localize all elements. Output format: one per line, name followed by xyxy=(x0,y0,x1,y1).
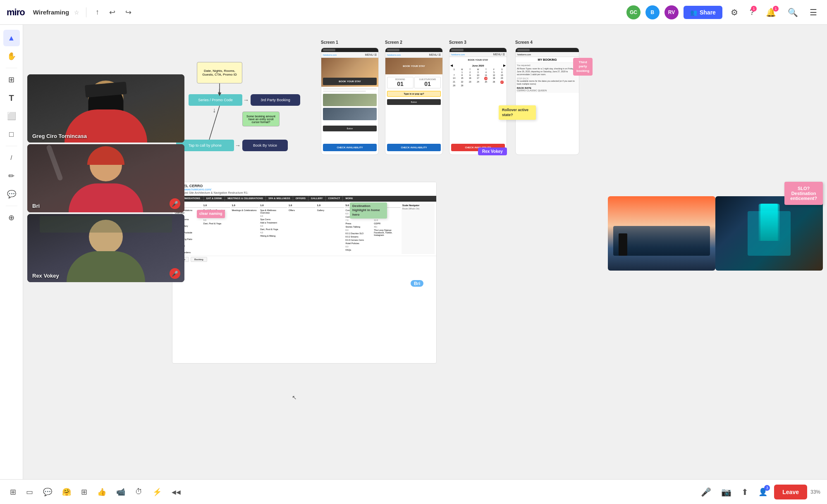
video-card-bri: Bri 🎤 xyxy=(27,144,184,212)
sitemap-nav-offers: OFFERS xyxy=(293,196,308,201)
flow-node-book-voice: Book By Voice xyxy=(242,140,288,151)
tool-sticky[interactable]: ⬜ xyxy=(3,108,20,124)
screen4-card: hotelcerro.com MY BOOKING You requested:… xyxy=(515,48,579,155)
bri-cursor-area: ↖ xyxy=(292,394,297,401)
bottom-tool-clock[interactable]: ⏱ xyxy=(132,485,146,499)
share-button[interactable]: 👥 Share xyxy=(684,6,722,19)
bottom-tool-reactions[interactable]: 🤗 xyxy=(59,485,74,499)
sitemap-col-offers: 1.0 Offers xyxy=(288,203,316,254)
help-button[interactable]: ? 1 xyxy=(746,5,758,19)
undo-button[interactable]: ↩ xyxy=(107,5,118,19)
screen3-card: hotelcerro.com MENU ☰ BOOK YOUR STAY ◀ J… xyxy=(449,48,507,155)
panel-button[interactable]: ☰ xyxy=(806,5,820,20)
screen4-label: Screen 4 xyxy=(515,40,533,45)
tool-separator-2 xyxy=(6,146,17,146)
redo-button[interactable]: ↪ xyxy=(123,5,134,19)
sitemap-nav-spa: SPA & WELLNESS xyxy=(266,196,293,201)
flow-node-tap-call: Tap to call by phone xyxy=(176,140,234,151)
bottom-bar: ⊞ ▭ 💬 🤗 ⊞ 👍 📹 ⏱ ⚡ ◀◀ 🎤 📷 ⬆ 👤 3 Leave 33% xyxy=(0,479,827,504)
bottom-tool-grid[interactable]: ⊞ xyxy=(78,485,91,499)
hotel-image-pool-night xyxy=(715,196,823,271)
video-name-rex: Rex Vokey xyxy=(32,273,59,279)
tool-shape[interactable]: □ xyxy=(3,126,20,143)
sitemap-nav-eat: EAT & DRINK xyxy=(204,196,225,201)
sitemap-nav-contact: CONTACT xyxy=(326,196,343,201)
video-mic-off-bri: 🎤 xyxy=(170,198,180,209)
flow-node-promo: Series / Promo Code xyxy=(189,94,242,106)
sitemap-col-meetings: 1.0 Meetings & Celebrations xyxy=(231,203,259,254)
star-icon[interactable]: ☆ xyxy=(74,9,79,16)
topbar: miro Wireframing ☆ ↑ ↩ ↪ GC B RV 👥 Share… xyxy=(0,0,827,25)
share-screen-button[interactable]: ⬆ xyxy=(738,484,752,500)
left-toolbar: ▲ ✋ ⊞ T ⬜ □ / ✏ 💬 ⊕ ••• xyxy=(0,25,23,504)
sitemap-col-gallery: 1.0 Gallery xyxy=(316,203,344,254)
notifications-button[interactable]: 🔔 1 xyxy=(762,5,779,20)
camera-button[interactable]: 📷 xyxy=(718,484,735,500)
sitemap: HOTEL CERRO https://www.hotelcerro.com/ … xyxy=(172,182,437,364)
tool-transform[interactable]: ⊕ xyxy=(3,209,20,226)
avatar-rv[interactable]: RV xyxy=(664,5,679,19)
topbar-separator xyxy=(86,7,86,17)
screen3-label: Screen 3 xyxy=(449,40,466,45)
help-badge: 1 xyxy=(751,6,757,12)
zoom-level: 33% xyxy=(810,489,820,495)
bottom-tool-comment[interactable]: 💬 xyxy=(40,485,55,499)
hotel-image-sunset xyxy=(608,196,715,271)
video-card-greg: Greg Ciro Tornincasa xyxy=(27,74,184,143)
sticky-destination: Destination highlight in home hero xyxy=(350,202,387,219)
video-panel: Greg Ciro Tornincasa Bri 🎤 Rex Vokey 🎤 xyxy=(27,74,184,343)
video-name-bri: Bri xyxy=(32,203,40,209)
sitemap-nav-more: MORE xyxy=(343,196,355,201)
upload-button[interactable]: ↑ xyxy=(93,5,102,19)
flow-note-green: Some booking amount have an entry scroll… xyxy=(242,112,280,126)
bottom-tool-select[interactable]: ⊞ xyxy=(7,485,19,499)
tool-hand[interactable]: ✋ xyxy=(3,48,20,64)
leave-button[interactable]: Leave xyxy=(774,485,807,499)
sitemap-booking-btn: Booking xyxy=(191,257,207,262)
screen2-label: Screen 2 xyxy=(385,40,402,45)
mic-button[interactable]: 🎤 xyxy=(698,484,715,500)
tool-select[interactable]: ▲ xyxy=(3,30,20,46)
tool-separator-3 xyxy=(6,206,17,206)
participants-button[interactable]: 👤 3 xyxy=(755,484,771,500)
board-title: Wireframing xyxy=(33,9,69,16)
tool-text[interactable]: T xyxy=(3,90,20,106)
avatar-b[interactable]: B xyxy=(645,5,660,19)
bottom-tool-lightning[interactable]: ⚡ xyxy=(149,485,165,499)
video-name-greg: Greg Ciro Tornincasa xyxy=(32,133,87,139)
sitemap-bottom-nav: Home Booking xyxy=(172,256,436,263)
tool-pencil[interactable]: ✏ xyxy=(3,168,20,184)
tool-comment[interactable]: 💬 xyxy=(3,186,20,202)
share-icon: 👥 xyxy=(690,9,697,16)
tool-frame[interactable]: ⊞ xyxy=(3,71,20,88)
canvas: Greg Ciro Tornincasa Bri 🎤 Rex Vokey 🎤 xyxy=(23,25,827,504)
flow-arrow-4: → xyxy=(235,142,241,149)
sitemap-scale: Scale Navigator Route (What's On) xyxy=(402,203,435,254)
video-mic-off-rex: 🎤 xyxy=(170,268,180,279)
sticky-third-party: Third party booking xyxy=(573,58,593,76)
tool-pen[interactable]: / xyxy=(3,150,20,166)
search-button[interactable]: 🔍 xyxy=(784,5,801,20)
flow-arrow-3: ↓ xyxy=(213,107,216,114)
miro-logo: miro xyxy=(7,7,25,18)
settings-button[interactable]: ⚙ xyxy=(727,5,741,20)
bottom-tool-video-call[interactable]: 📹 xyxy=(113,485,129,499)
share-label: Share xyxy=(700,9,716,16)
avatar-gc[interactable]: GC xyxy=(626,5,641,19)
sitemap-nav-meetings: MEETINGS & CELEBRATIONS xyxy=(225,196,266,201)
video-card-rex: Rex Vokey 🎤 xyxy=(27,214,184,282)
tool-separator xyxy=(6,68,17,68)
sitemap-col-spa: 1.0 Spa & Wellness Overview 4.0 Spa Cerr… xyxy=(259,203,287,254)
sitemap-nav: ACCOMMODATIONS EAT & DRINK MEETINGS & CE… xyxy=(172,196,436,202)
flow-arrow-1: ↓ xyxy=(218,87,221,94)
flow-node-dates: Date, Nights, Rooms, Guests, CTA, Promo … xyxy=(197,62,242,83)
screen1-label: Screen 1 xyxy=(321,40,338,45)
cursor-bri: Bri xyxy=(411,280,423,287)
sticky-rollover: Rollover active state? xyxy=(499,105,536,120)
notifications-badge: 1 xyxy=(773,6,779,12)
bottom-tool-timer[interactable]: 👍 xyxy=(94,485,110,499)
sitemap-nav-gallery: GALLERY xyxy=(308,196,325,201)
bottom-collapse[interactable]: ◀◀ xyxy=(168,486,184,498)
participants-badge: 3 xyxy=(764,485,770,491)
bottom-tool-frame[interactable]: ▭ xyxy=(23,485,36,499)
